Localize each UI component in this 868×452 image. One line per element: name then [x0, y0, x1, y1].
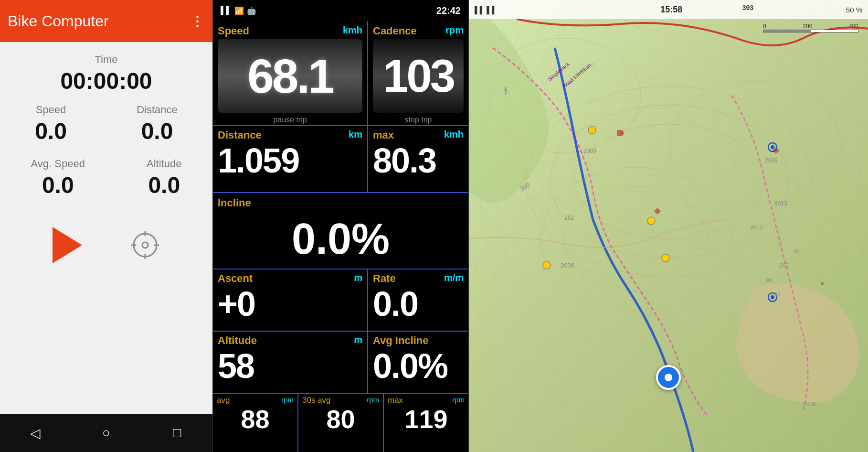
speed-distance-row: Speed 0.0 Distance 0.0 — [0, 104, 212, 144]
ascent-rate-row: Ascent m +0 Rate m/m 0.0 — [213, 269, 468, 332]
cadence-max-unit: rpm — [452, 396, 465, 405]
incline-row: Incline 0.0% — [213, 193, 468, 269]
distance-value: 1.059 — [218, 141, 362, 178]
map-battery-pct: 50 % — [846, 6, 862, 14]
distance-unit: km — [349, 129, 362, 140]
svg-text:96: 96 — [794, 248, 799, 254]
home-button[interactable]: ○ — [92, 419, 120, 447]
speed-subtext[interactable]: pause trip — [218, 115, 362, 125]
cadence-max-value: 119 — [388, 405, 465, 433]
cadence-value: 103 — [383, 50, 454, 102]
svg-text:8014: 8014 — [751, 225, 762, 230]
altitude-block: Altitude m 58 — [213, 332, 368, 393]
maxspeed-block: max kmh 80.3 — [368, 126, 468, 192]
speed-unit: kmh — [343, 25, 362, 36]
elevation-value: 393 — [742, 4, 753, 11]
menu-icon[interactable]: ⋮ — [191, 13, 205, 29]
svg-rect-15 — [654, 208, 661, 215]
cadence-subtext[interactable]: stop trip — [373, 115, 464, 125]
avgincline-value: 0.0% — [373, 347, 464, 383]
svg-point-18 — [543, 261, 550, 269]
speed-value: 0.0 — [35, 118, 67, 144]
svg-point-20 — [662, 254, 669, 262]
scale-label-200: 200 — [803, 23, 812, 30]
cadence-avg-value: 88 — [217, 405, 294, 433]
scale-label-400: 400 — [849, 23, 858, 30]
map-status-right: 50 % — [846, 6, 862, 14]
speed-label: Speed — [36, 104, 66, 116]
cadence-header: Cadence rpm — [373, 25, 464, 37]
map-status-left: ▌▌ ▌▌ — [475, 6, 497, 14]
altitude-cell: Altitude 0.0 — [147, 158, 181, 198]
map-time: 15:58 — [660, 5, 682, 15]
signal-bars-icon: ▌▌ — [221, 6, 232, 15]
cadence-unit: rpm — [445, 25, 464, 36]
location-button[interactable] — [126, 226, 164, 264]
ascent-block: Ascent m +0 — [213, 269, 368, 331]
svg-point-1 — [142, 242, 148, 248]
status-bar: ▌▌ 📶 🤖 22:42 — [213, 0, 468, 21]
incline-value: 0.0% — [292, 215, 390, 264]
rate-metric-name: Rate — [373, 272, 396, 285]
distance-label: Distance — [137, 104, 178, 116]
speed-cadence-row: Speed kmh 68.1 pause trip Cadence rpm 10… — [213, 21, 468, 126]
svg-text:2009: 2009 — [765, 157, 778, 164]
avgspeed-altitude-row: Avg. Speed 0.0 Altitude 0.0 — [0, 158, 212, 198]
cadence-metric-name: Cadence — [373, 25, 417, 37]
map-signal-icon: ▌▌ — [475, 6, 485, 14]
svg-text:2008: 2008 — [561, 262, 574, 269]
nav-bar: ◁ ○ □ — [0, 414, 212, 452]
scale-label-0: 0 — [763, 23, 766, 30]
svg-text:⛪: ⛪ — [501, 87, 510, 95]
robot-icon: 🤖 — [247, 6, 256, 15]
speed-cell: Speed 0.0 — [35, 104, 67, 144]
location-pin — [656, 365, 681, 390]
svg-point-10 — [564, 186, 708, 291]
status-icons-left: ▌▌ 📶 🤖 — [221, 6, 256, 15]
avgspeed-value: 0.0 — [42, 172, 74, 198]
cadence-block: Cadence rpm 103 stop trip — [368, 21, 468, 125]
svg-point-19 — [647, 217, 655, 225]
svg-text:2009: 2009 — [583, 148, 596, 154]
svg-text:8013: 8013 — [774, 200, 787, 207]
svg-point-9 — [540, 167, 731, 311]
map-panel: ⛪ 300 262 262 2009 2009 8013 8014 96 96 … — [469, 0, 868, 452]
cadence-drum: 103 — [373, 39, 464, 113]
app-title: Bike Computer — [8, 12, 191, 30]
svg-point-24 — [771, 295, 774, 299]
cadence-stats-row: avg rpm 88 30s avg rpm 80 max rpm 119 — [213, 394, 468, 452]
svg-text:2008: 2008 — [803, 401, 816, 408]
maxspeed-unit: kmh — [444, 129, 464, 140]
map-status-bar: ▌▌ ▌▌ 15:58 50 % — [469, 0, 868, 19]
play-button[interactable] — [48, 226, 86, 264]
svg-text:✕: ✕ — [620, 130, 625, 137]
cadence-avg-block: avg rpm 88 — [213, 394, 298, 452]
distance-block: Distance km 1.059 — [213, 126, 368, 192]
map-scale-line — [763, 30, 858, 32]
distance-cell: Distance 0.0 — [137, 104, 178, 144]
altitude-unit: m — [354, 334, 362, 345]
cycling-dashboard-panel: ▌▌ 📶 🤖 22:42 Speed kmh 68.1 pause trip C… — [212, 0, 469, 452]
distance-header: Distance km — [218, 129, 362, 141]
back-button[interactable]: ◁ — [21, 419, 50, 447]
rate-block: Rate m/m 0.0 — [368, 269, 468, 331]
speed-drum: 68.1 — [218, 39, 362, 113]
map-scale-bar: 0 200 400 — [763, 23, 858, 32]
map-elevation-marker: 393 — [742, 4, 753, 11]
map-scale-labels: 0 200 400 — [763, 23, 858, 30]
svg-point-17 — [588, 126, 596, 134]
stats-content: Time 00:00:00 Speed 0.0 Distance 0.0 Avg… — [0, 42, 212, 414]
speed-header: Speed kmh — [218, 25, 362, 37]
maxspeed-value: 80.3 — [373, 141, 464, 178]
rate-unit: m/m — [444, 272, 464, 283]
svg-text:96: 96 — [774, 291, 780, 297]
distance-metric-name: Distance — [218, 129, 262, 141]
dashboard-grid: Speed kmh 68.1 pause trip Cadence rpm 10… — [213, 21, 468, 452]
altitude-label: Altitude — [147, 158, 181, 170]
maxspeed-header: max kmh — [373, 129, 464, 141]
maxspeed-metric-name: max — [373, 129, 394, 141]
bike-computer-panel: Bike Computer ⋮ Time 00:00:00 Speed 0.0 … — [0, 0, 212, 452]
rate-value: 0.0 — [373, 285, 464, 321]
recent-button[interactable]: □ — [163, 419, 191, 447]
ascent-metric-name: Ascent — [218, 272, 253, 285]
